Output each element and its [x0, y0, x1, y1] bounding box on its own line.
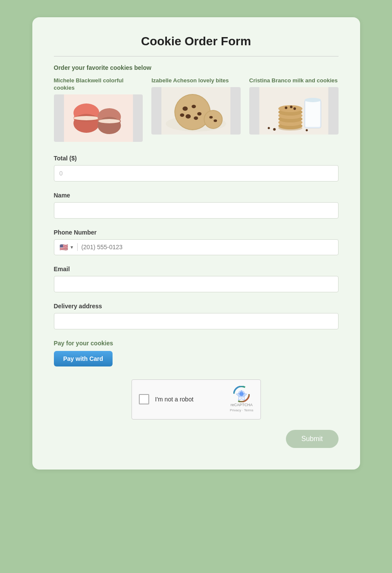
cookie-name-3: Cristina Branco milk and cookies: [249, 77, 339, 85]
address-section: Delivery address: [54, 303, 339, 329]
form-subtitle: Order your favorite cookies below: [54, 64, 339, 71]
payment-section: Pay for your cookies Pay with Card: [54, 340, 339, 366]
address-label: Delivery address: [54, 303, 339, 310]
svg-point-18: [194, 116, 198, 120]
name-label: Name: [54, 192, 339, 199]
svg-point-37: [293, 107, 296, 110]
total-label: Total ($): [54, 155, 339, 162]
submit-row: Submit: [54, 430, 339, 448]
svg-point-27: [304, 98, 321, 102]
cookie-image-2: [151, 87, 241, 135]
phone-label: Phone Number: [54, 229, 339, 236]
flag-emoji: 🇺🇸: [60, 243, 68, 251]
email-input[interactable]: [54, 276, 339, 292]
recaptcha-logo: reCAPTCHA Privacy · Terms: [230, 386, 254, 413]
recaptcha-box: I'm not a robot: [132, 379, 261, 420]
svg-point-5: [73, 116, 99, 120]
cookie-item-1: Michele Blackwell colorful cookies: [54, 77, 143, 142]
cookie-name-2: Izabelle Acheson lovely bites: [151, 77, 241, 85]
name-section: Name: [54, 192, 339, 219]
cookie-grid: Michele Blackwell colorful cookies: [54, 77, 339, 142]
cookie-image-3: [249, 87, 339, 135]
form-card: Cookie Order Form Order your favorite co…: [32, 17, 360, 470]
phone-flag-selector[interactable]: 🇺🇸 ▼: [60, 243, 74, 251]
cookie-image-1: [54, 94, 143, 142]
svg-point-43: [239, 392, 244, 396]
recaptcha-checkbox[interactable]: [139, 394, 149, 404]
phone-dropdown-arrow-icon: ▼: [70, 245, 74, 250]
svg-point-36: [290, 106, 292, 108]
svg-rect-26: [305, 101, 320, 127]
svg-point-23: [213, 119, 217, 122]
svg-point-9: [98, 119, 120, 123]
email-label: Email: [54, 266, 339, 272]
svg-point-19: [180, 113, 184, 117]
payment-label: Pay for your cookies: [54, 340, 339, 347]
submit-button[interactable]: Submit: [286, 430, 339, 448]
phone-section: Phone Number 🇺🇸 ▼: [54, 229, 339, 255]
svg-point-22: [209, 116, 213, 119]
svg-point-40: [306, 129, 308, 131]
svg-point-15: [191, 105, 196, 108]
phone-wrapper: 🇺🇸 ▼: [54, 239, 339, 255]
phone-divider: [77, 243, 78, 251]
recaptcha-links: Privacy · Terms: [230, 408, 254, 412]
recaptcha-brand: reCAPTCHA Privacy · Terms: [230, 402, 254, 413]
svg-point-13: [175, 95, 210, 129]
cookie-item-2: Izabelle Acheson lovely bites: [151, 77, 241, 142]
recaptcha-text: I'm not a robot: [155, 396, 194, 403]
address-input[interactable]: [54, 313, 339, 329]
phone-input[interactable]: [81, 244, 332, 250]
cookie-name-1: Michele Blackwell colorful cookies: [54, 77, 143, 92]
svg-point-14: [182, 106, 188, 111]
svg-point-16: [197, 112, 201, 116]
total-input[interactable]: [54, 165, 339, 182]
name-input[interactable]: [54, 202, 339, 219]
email-section: Email: [54, 266, 339, 292]
svg-point-21: [204, 111, 222, 128]
svg-point-17: [185, 114, 191, 119]
recaptcha-wrapper: I'm not a robot: [54, 379, 339, 420]
svg-point-39: [268, 127, 270, 129]
svg-point-35: [285, 106, 287, 109]
cookie-item-3: Cristina Branco milk and cookies: [249, 77, 339, 142]
pay-with-card-button[interactable]: Pay with Card: [54, 351, 113, 366]
total-section: Total ($): [54, 155, 339, 182]
svg-point-38: [273, 128, 276, 131]
recaptcha-icon: [233, 386, 250, 402]
recaptcha-left: I'm not a robot: [139, 394, 194, 404]
form-title: Cookie Order Form: [54, 34, 339, 56]
